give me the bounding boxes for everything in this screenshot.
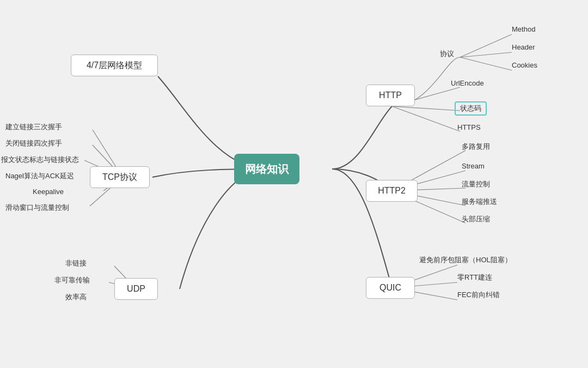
network-model-node: 4/7层网络模型 (71, 55, 158, 76)
http2-multiplexing: 多路复用 (462, 141, 490, 153)
http-sub-protocol: 协议 (440, 48, 454, 60)
mind-map-canvas: 网络知识 4/7层网络模型 TCP协议 建立链接三次握手 关闭链接四次挥手 报文… (0, 0, 588, 368)
svg-line-11 (460, 57, 512, 70)
svg-line-14 (392, 106, 460, 131)
udp-leaf-1: 非链接 (65, 257, 87, 269)
http-node: HTTP (366, 85, 415, 106)
svg-line-9 (460, 34, 512, 57)
udp-leaf-2: 非可靠传输 (54, 274, 90, 286)
tcp-leaf-2: 关闭链接四次挥手 (5, 137, 62, 149)
center-node: 网络知识 (234, 154, 299, 184)
tcp-leaf-1: 建立链接三次握手 (5, 121, 62, 133)
http-urlencode: UrlEncode (451, 78, 484, 88)
http-status-code: 状态码 (455, 101, 487, 116)
http2-header-compress: 头部压缩 (462, 213, 490, 225)
http-header: Header (512, 42, 535, 52)
http-method: Method (512, 24, 535, 34)
http-https: HTTPS (457, 122, 481, 132)
udp-node: UDP (114, 278, 158, 300)
tcp-leaf-5: Keepalive (33, 186, 64, 197)
tcp-leaf-3: 报文状态标志与链接状态 (1, 154, 79, 166)
tcp-node: TCP协议 (90, 166, 150, 188)
http2-node: HTTP2 (366, 180, 418, 202)
udp-leaf-3: 效率高 (65, 291, 87, 303)
svg-line-10 (460, 52, 512, 57)
quic-hol: 避免前序包阻塞（HOL阻塞） (419, 254, 512, 266)
svg-line-13 (392, 106, 460, 111)
quic-node: QUIC (366, 277, 415, 299)
http2-server-push: 服务端推送 (462, 196, 497, 208)
http2-stream: Stream (462, 161, 485, 171)
quic-fec: FEC前向纠错 (457, 289, 500, 301)
http2-flow-control: 流量控制 (462, 178, 490, 190)
quic-0rtt: 零RTT建连 (457, 272, 492, 283)
tcp-leaf-4: Nagel算法与ACK延迟 (5, 170, 74, 182)
tcp-leaf-6: 滑动窗口与流量控制 (5, 202, 69, 214)
http-cookies: Cookies (512, 60, 537, 70)
